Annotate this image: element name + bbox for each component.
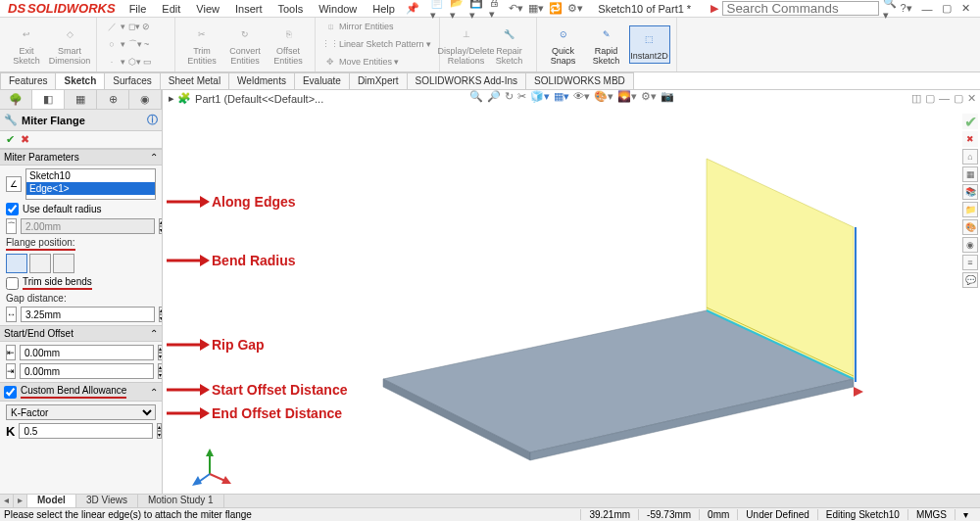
menu-file[interactable]: File	[123, 1, 153, 17]
smart-dimension-button[interactable]: ◇Smart Dimension	[49, 22, 90, 68]
help-icon[interactable]: ?▾	[899, 1, 914, 17]
appearance-icon[interactable]: 🎨▾	[594, 90, 613, 103]
restore-icon[interactable]: ▢	[939, 2, 955, 16]
open-icon[interactable]: 📂▾	[450, 1, 466, 17]
screen-capture-icon[interactable]: 📷	[661, 90, 674, 103]
confirm-feature-icon[interactable]: ✔	[962, 114, 978, 129]
config-tab-icon[interactable]: ▦	[65, 90, 97, 109]
move-entities-button[interactable]: ✥Move Entities▾	[321, 55, 401, 71]
vp-minimize-icon[interactable]: —	[939, 92, 950, 105]
resources-icon[interactable]: ▦	[962, 166, 978, 182]
help-feature-icon[interactable]: ⓘ	[147, 113, 158, 127]
menu-window[interactable]: Window	[313, 1, 363, 17]
linear-pattern-button[interactable]: ⋮⋮Linear Sketch Pattern▾	[321, 37, 433, 53]
tab-dimxpert[interactable]: DimXpert	[349, 72, 408, 89]
rapid-sketch-button[interactable]: ✎Rapid Sketch	[586, 22, 627, 68]
minimize-icon[interactable]: —	[919, 2, 935, 16]
tab-sheet-metal[interactable]: Sheet Metal	[160, 72, 229, 89]
zoom-area-icon[interactable]: 🔎	[487, 90, 501, 103]
section-view-icon[interactable]: ✂	[517, 90, 526, 103]
tab-scroll-left-icon[interactable]: ◂	[0, 495, 14, 507]
flange-pos-bend-outside[interactable]	[53, 254, 74, 273]
display-relations-button[interactable]: ⊥Display/Delete Relations	[446, 22, 487, 68]
tab-motion-study[interactable]: Motion Study 1	[138, 495, 224, 507]
hide-show-icon[interactable]: 👁▾	[573, 90, 590, 103]
close-icon[interactable]: ✕	[958, 2, 974, 16]
tab-addins[interactable]: SOLIDWORKS Add-Ins	[407, 72, 526, 89]
edge-selection-list[interactable]: Sketch10 Edge<1>	[25, 168, 156, 200]
dimxpert-tab-icon[interactable]: ⊕	[97, 90, 129, 109]
undo-icon[interactable]: ↶▾	[509, 1, 524, 17]
repair-sketch-button[interactable]: 🔧Repair Sketch	[489, 22, 530, 68]
flyout-tree-icon[interactable]: ▸ 🧩	[169, 92, 191, 105]
flange-pos-material-outside[interactable]	[29, 254, 51, 273]
property-manager-tab-icon[interactable]: ◧	[32, 90, 65, 109]
tab-3dviews[interactable]: 3D Views	[76, 495, 138, 507]
scene-icon[interactable]: 🌄▾	[617, 90, 637, 103]
cancel-button[interactable]: ✖	[21, 133, 29, 146]
forum-icon[interactable]: 💬	[962, 272, 978, 288]
gap-distance-input[interactable]	[21, 307, 155, 322]
new-icon[interactable]: 📄▾	[430, 1, 446, 17]
feature-tree-tab-icon[interactable]: 🌳	[0, 90, 32, 109]
tab-evaluate[interactable]: Evaluate	[294, 72, 350, 89]
home-icon[interactable]: ⌂	[962, 149, 978, 165]
appearances-icon[interactable]: ◉	[962, 237, 978, 253]
spin-down-icon[interactable]: ▾	[157, 431, 162, 439]
breadcrumb[interactable]: ▸ 🧩 Part1 (Default<<Default>...	[169, 92, 323, 105]
list-item-selected[interactable]: Edge<1>	[26, 182, 155, 195]
k-factor-input[interactable]	[19, 423, 153, 439]
quick-snaps-button[interactable]: ⊙Quick Snaps	[543, 22, 584, 68]
bend-allowance-type-select[interactable]: K-Factor	[6, 404, 156, 420]
tab-scroll-right-icon[interactable]: ▸	[14, 495, 27, 507]
menu-help[interactable]: Help	[367, 1, 401, 17]
cba-checkbox[interactable]	[4, 386, 17, 399]
tab-model[interactable]: Model	[27, 495, 76, 507]
flange-pos-material-inside[interactable]	[6, 254, 27, 273]
menu-tools[interactable]: Tools	[272, 1, 310, 17]
list-item[interactable]: Sketch10	[26, 169, 155, 182]
convert-entities-button[interactable]: ↻Convert Entities	[224, 22, 266, 68]
end-offset-input[interactable]	[20, 363, 154, 379]
options-icon[interactable]: ⚙▾	[567, 1, 583, 17]
appearance-tab-icon[interactable]: ◉	[129, 90, 162, 109]
vp-close-icon[interactable]: ✕	[967, 92, 976, 105]
trim-side-bends-checkbox[interactable]: Trim side bends	[6, 276, 156, 290]
vp-maximize-icon[interactable]: ▢	[954, 92, 963, 105]
mirror-entities-button[interactable]: ⎅Mirror Entities	[321, 20, 396, 35]
orientation-triad-icon[interactable]	[192, 447, 231, 486]
vp-btn2-icon[interactable]: ▢	[925, 92, 935, 105]
view-palette-icon[interactable]: 🎨	[962, 219, 978, 235]
select-icon[interactable]: ▦▾	[528, 1, 544, 17]
search-dropdown-icon[interactable]: 🔍▾	[883, 1, 899, 17]
start-end-offset-header[interactable]: Start/End Offset⌃	[0, 325, 162, 342]
menu-pin-icon[interactable]: 📌	[405, 1, 420, 17]
tab-weldments[interactable]: Weldments	[228, 72, 295, 89]
offset-entities-button[interactable]: ⎘Offset Entities	[268, 22, 309, 68]
point-tool-icon[interactable]: ·▾ ⬡▾ ▭	[103, 55, 154, 71]
circle-tool-icon[interactable]: ○▾ ⌒▾ ~	[103, 37, 151, 53]
status-extra-icon[interactable]: ▾	[955, 509, 976, 520]
prev-view-icon[interactable]: ↻	[505, 90, 514, 103]
ok-button[interactable]: ✔	[6, 133, 15, 146]
graphics-viewport[interactable]: ▸ 🧩 Part1 (Default<<Default>... 🔍 🔎 ↻ ✂ …	[163, 90, 980, 494]
instant2d-button[interactable]: ⬚Instant2D	[629, 25, 670, 64]
use-default-radius-checkbox[interactable]: Use default radius	[6, 203, 156, 215]
spin-up-icon[interactable]: ▴	[157, 423, 162, 431]
line-tool-icon[interactable]: ／▾ ◻▾ ⊘	[103, 20, 152, 35]
custom-props-icon[interactable]: ≡	[962, 255, 978, 270]
view-orientation-icon[interactable]: 🧊▾	[530, 90, 550, 103]
menu-view[interactable]: View	[190, 1, 225, 17]
search-commands-input[interactable]	[722, 1, 879, 16]
trim-entities-button[interactable]: ✂Trim Entities	[181, 22, 222, 68]
menu-edit[interactable]: Edit	[156, 1, 186, 17]
zoom-fit-icon[interactable]: 🔍	[469, 90, 483, 103]
tab-surfaces[interactable]: Surfaces	[104, 72, 160, 89]
custom-bend-allowance-header[interactable]: Custom Bend Allowance⌃	[0, 382, 162, 402]
tab-sketch[interactable]: Sketch	[55, 72, 105, 89]
exit-sketch-button[interactable]: ↩Exit Sketch	[6, 22, 47, 68]
save-icon[interactable]: 💾▾	[469, 1, 485, 17]
status-units[interactable]: MMGS	[907, 509, 955, 520]
tab-features[interactable]: Features	[0, 72, 56, 89]
search-run-icon[interactable]: ▶	[707, 1, 722, 17]
